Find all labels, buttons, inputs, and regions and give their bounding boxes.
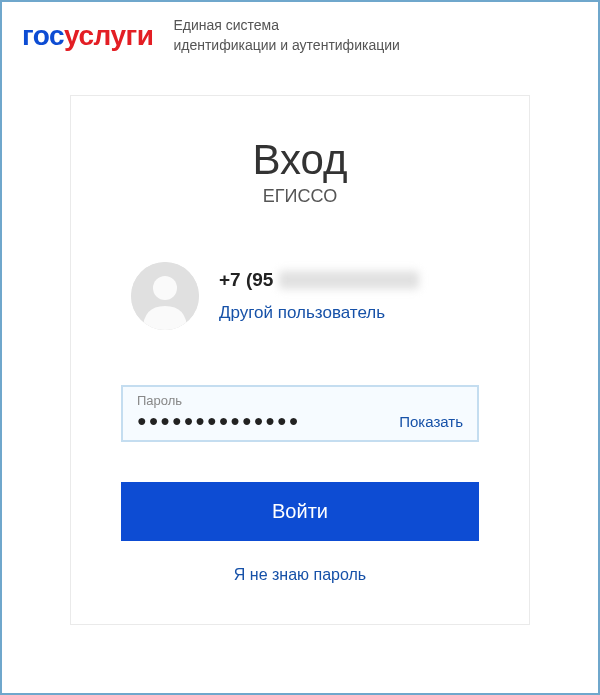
other-user-link[interactable]: Другой пользователь bbox=[219, 303, 385, 323]
svg-point-1 bbox=[153, 276, 177, 300]
header: госуслуги Единая система идентификации и… bbox=[2, 2, 598, 65]
login-card: Вход ЕГИССО +7 (95 Другой пользователь П… bbox=[70, 95, 530, 625]
logo-part-gos: гос bbox=[22, 20, 64, 51]
login-button[interactable]: Войти bbox=[121, 482, 479, 541]
header-tagline: Единая система идентификации и аутентифи… bbox=[173, 16, 399, 55]
password-label: Пароль bbox=[137, 393, 463, 408]
page-subtitle: ЕГИССО bbox=[121, 186, 479, 207]
password-row: Показать bbox=[137, 412, 463, 430]
user-block: +7 (95 Другой пользователь bbox=[121, 262, 479, 330]
phone-prefix: +7 (95 bbox=[219, 269, 273, 291]
tagline-line-1: Единая система bbox=[173, 16, 399, 36]
phone-number: +7 (95 bbox=[219, 269, 419, 291]
phone-hidden-part bbox=[279, 271, 419, 289]
logo-part-uslugi: услуги bbox=[64, 20, 153, 51]
password-field-wrap[interactable]: Пароль Показать bbox=[121, 385, 479, 442]
avatar bbox=[131, 262, 199, 330]
password-input[interactable] bbox=[137, 412, 389, 430]
forgot-password-link[interactable]: Я не знаю пароль bbox=[121, 566, 479, 584]
page-title: Вход bbox=[121, 136, 479, 184]
logo: госуслуги bbox=[22, 20, 153, 52]
show-password-link[interactable]: Показать bbox=[399, 413, 463, 430]
tagline-line-2: идентификации и аутентификации bbox=[173, 36, 399, 56]
avatar-placeholder-icon bbox=[131, 262, 199, 330]
user-info: +7 (95 Другой пользователь bbox=[219, 269, 419, 323]
